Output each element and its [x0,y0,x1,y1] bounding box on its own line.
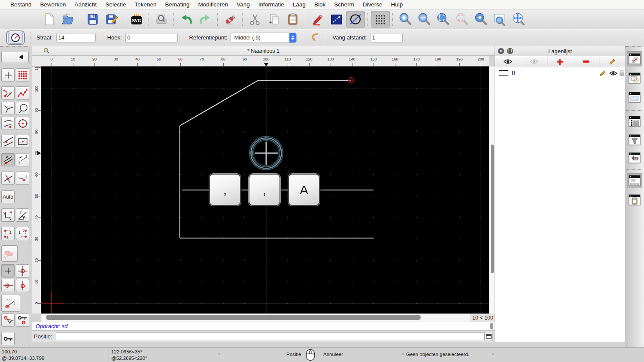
zoom-previous-icon[interactable] [471,11,490,28]
show-all-eye-button[interactable] [495,56,521,67]
nearest-on-curve-tool[interactable] [1,117,15,130]
add-layer-button[interactable] [547,56,574,67]
point-snap-tool[interactable] [1,68,15,81]
extension-snap-tool[interactable]: ! [16,172,29,185]
menu-diverse[interactable]: Diverse [358,1,387,8]
layer-eye-icon[interactable] [609,70,617,77]
center-quadrant-tool[interactable] [16,117,29,130]
drawing-canvas[interactable]: ,,A [41,66,489,314]
sequence-1-2-tool[interactable]: 12 [16,153,29,166]
hoek-input[interactable] [125,33,178,42]
filter-panel-icon[interactable] [627,132,642,148]
lasso-circle-tool[interactable] [16,102,29,115]
target-horizontal-tool[interactable] [1,279,15,292]
parallel-constraint-tool[interactable] [1,153,15,166]
collapse-toolbox-button[interactable] [1,51,29,63]
zoom-fit-icon[interactable] [434,11,453,28]
layer-color-swatch[interactable] [499,70,508,76]
ellipse-tool-icon[interactable] [346,11,365,28]
straal-input[interactable] [56,33,96,42]
referentiepunt-select[interactable]: Middel (,5) [231,33,297,43]
zoom-window-icon[interactable] [490,11,509,28]
dashed-box-tool[interactable] [16,135,29,148]
hide-all-eye-button[interactable] [521,56,547,67]
detach-panel-icon[interactable]: ❐ [507,48,513,54]
zoom-selection-icon[interactable] [453,11,471,28]
remove-layer-button[interactable] [573,56,599,67]
curve-endpoints-tool[interactable] [1,86,15,100]
menu-scherm[interactable]: Scherm [330,1,358,8]
polyline-points-tool[interactable] [16,86,29,100]
lock-tool[interactable] [1,332,15,345]
vang-afstand-input[interactable] [370,33,403,42]
menu-selectie[interactable]: Selectie [101,1,130,8]
paste-icon[interactable] [283,11,302,28]
svg-export-icon[interactable]: SVG [127,11,146,28]
horizontal-scrollbar[interactable] [41,314,470,322]
projection-panel-icon[interactable] [627,150,642,166]
menu-aanzicht[interactable]: Aanzicht [70,1,101,8]
copy-icon[interactable]: + [264,11,283,28]
zoom-in-icon[interactable] [396,11,415,28]
layers-panel-icon[interactable] [627,51,642,66]
new-file-icon[interactable] [39,11,58,28]
position-panel-button[interactable] [484,332,493,341]
shapes-panel-icon[interactable] [627,70,642,86]
vertex-snap-tool[interactable] [1,102,15,115]
intersection-snap-tool[interactable] [1,172,15,185]
layer-pencil-icon[interactable] [599,69,606,78]
auto-snap-button[interactable]: Auto [1,190,15,203]
open-file-icon[interactable] [58,11,77,28]
preview-panel-icon[interactable] [627,90,642,105]
command-bar[interactable]: Opdracht: sd [32,322,495,331]
crosshair-plus-tool[interactable] [1,264,15,278]
vertical-scrollbar[interactable] [489,66,495,314]
undo-icon[interactable] [177,11,196,28]
layer-row[interactable]: 0 [495,67,625,78]
menu-bewerken[interactable]: Bewerken [36,1,70,8]
position-input[interactable] [56,332,489,341]
target-cross-tool[interactable] [16,264,29,278]
clipboard-panel-icon[interactable] [627,192,642,208]
angle-gauge-tool[interactable] [1,295,20,312]
cartesian-entry-tool[interactable]: yx [1,208,15,222]
print-preview-icon[interactable] [152,11,171,28]
revert-button[interactable] [308,31,321,44]
vertical-scrollbar-thumb[interactable] [491,145,494,273]
relative-2-1-tool[interactable]: 12 [16,227,29,240]
menu-laag[interactable]: Laag [289,1,310,8]
menu-bemating[interactable]: Bemating [161,1,194,8]
save-as-icon[interactable] [102,11,121,28]
save-icon[interactable] [83,11,102,28]
close-panel-icon[interactable]: ✕ [498,48,504,54]
pan-icon[interactable] [509,11,528,28]
menu-informatie[interactable]: Informatie [254,1,289,8]
relative-1-2-tool[interactable]: 12 [1,227,15,240]
erase-icon[interactable] [221,11,240,28]
target-vertical-tool[interactable] [16,279,29,292]
menu-vang[interactable]: Vang [232,1,254,8]
lock-target-tool[interactable] [16,314,29,327]
menu-modificeren[interactable]: Modificeren [194,1,233,8]
line-style-icon[interactable] [327,11,346,28]
layer-lock-icon[interactable] [619,69,625,78]
edit-layer-button[interactable] [599,56,625,67]
grid-toggle-icon[interactable] [371,11,390,28]
mirror-preview-tool[interactable] [1,245,18,262]
document-lens-icon[interactable] [43,48,50,55]
tangent-snap-tool[interactable] [1,135,15,148]
menu-hulp[interactable]: Hulp [386,1,407,8]
menu-bestand[interactable]: Bestand [6,1,36,8]
command-panel-icon[interactable] [627,173,642,188]
grid-snap-tool[interactable] [16,68,29,81]
menu-blok[interactable]: Blok [310,1,330,8]
list-panel-icon[interactable] [627,114,642,129]
polar-entry-tool[interactable]: ra [16,208,29,222]
zoom-out-icon[interactable] [415,11,434,28]
horizontal-scrollbar-thumb[interactable] [46,315,421,320]
redo-icon[interactable] [196,11,215,28]
command-scrollbar-thumb[interactable] [490,323,493,329]
menu-tekenen[interactable]: Tekenen [130,1,161,8]
active-tool-indicator[interactable] [6,30,25,45]
draw-style-icon[interactable] [308,11,327,28]
